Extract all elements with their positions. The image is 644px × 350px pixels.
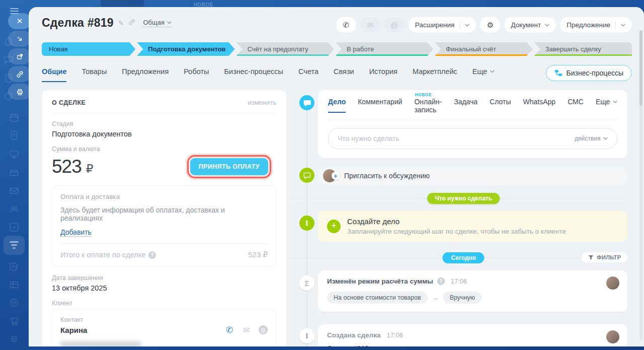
sum-icon: Σ [299, 275, 314, 291]
info-icon: i [299, 328, 314, 343]
tab-marketplace[interactable]: Маркетплейс [413, 67, 457, 81]
scrollbar-thumb[interactable] [639, 30, 642, 106]
page-icon [9, 130, 20, 141]
deal-slider-panel: Сделка #819 ✎ Общая ✆ ✉ @ Расширения ⚙ Д… [29, 7, 644, 346]
activity-input[interactable] [338, 134, 575, 143]
tab-general[interactable]: Общие [42, 67, 66, 82]
composer-tab-slots[interactable]: Слоты [490, 98, 511, 112]
create-activity-card[interactable]: + Создайте дело Запланируйте следующий ш… [318, 211, 627, 242]
crm-active-highlight[interactable] [4, 236, 25, 255]
print-icon [16, 88, 24, 96]
contact-name[interactable]: Карина [60, 326, 87, 334]
messenger-button[interactable]: @ [384, 17, 405, 33]
contact-messenger-icon[interactable]: @ [259, 325, 268, 334]
help-icon[interactable]: ? [437, 277, 445, 285]
pipeline-selector[interactable]: Общая [143, 19, 172, 27]
target-icon [9, 297, 20, 308]
timeline-event-created: Создана сделка 17:06 Сделка #819 [318, 324, 627, 346]
messenger-icon: @ [390, 21, 398, 29]
contact-mail-icon[interactable]: ✉ [242, 325, 252, 335]
change-from-pill: На основе стоимости товаров [327, 292, 428, 304]
composer-tab-more[interactable]: Еще [596, 98, 618, 112]
copy-link-icon[interactable] [128, 19, 135, 27]
copy-link-button[interactable] [8, 66, 31, 82]
stage-close-deal[interactable]: Завершить сделку [534, 42, 632, 56]
offer-button[interactable]: Предложение [560, 17, 632, 33]
add-activity-icon[interactable]: + [327, 220, 341, 233]
tab-bizproc[interactable]: Бизнес-процессы [224, 67, 284, 81]
chevron-down-icon [621, 24, 625, 27]
chevron-down-icon [490, 70, 495, 73]
help-icon[interactable]: ? [148, 251, 156, 259]
composer-tab-task[interactable]: Задача [454, 98, 477, 112]
chevron-down-icon [465, 24, 469, 27]
composer-tab-comment[interactable]: Комментарий [358, 98, 402, 112]
avatar [606, 330, 619, 343]
mail-icon [9, 185, 20, 196]
timeline: Дело Комментарий НОВОЕ Онлайн-запись Зад… [299, 90, 634, 346]
stage-prepay-invoice[interactable]: Счёт на предоплату [236, 42, 334, 56]
deal-amount[interactable]: 523 [52, 156, 82, 177]
stage-new[interactable]: Новая [42, 42, 135, 56]
filter-button[interactable]: ФИЛЬТР [582, 252, 627, 262]
check-square-icon [9, 222, 20, 233]
print-button[interactable] [8, 84, 31, 100]
accept-payment-button[interactable]: ПРИНЯТЬ ОПЛАТУ [190, 158, 268, 175]
contact-call-icon[interactable]: ✆ [224, 325, 234, 335]
flowchart-icon [554, 69, 562, 77]
event-time: 17:06 [451, 277, 467, 285]
total-value: 523 ₽ [248, 250, 268, 259]
currency-symbol: ₽ [86, 162, 94, 176]
open-new-icon [16, 53, 24, 60]
tab-more[interactable]: Еще [472, 67, 495, 81]
change-to-pill: Вручную [443, 292, 481, 304]
close-icon: ✕ [17, 17, 23, 26]
email-button[interactable]: ✉ [360, 17, 380, 33]
stage-field-label: Стадия [52, 120, 276, 127]
stage-field-value[interactable]: Подготовка документов [52, 130, 276, 138]
info-icon: i [299, 216, 314, 231]
invite-to-discussion[interactable]: + Пригласить к обсуждению [318, 167, 627, 185]
composer-tab-sms[interactable]: СМС [568, 98, 584, 112]
composer-tab-whatsapp[interactable]: WhatsApp [523, 98, 556, 112]
create-activity-title: Создайте дело [347, 217, 566, 226]
event-body[interactable]: Сделка #819 [327, 344, 618, 346]
funnel-icon [588, 255, 594, 260]
actions-dropdown[interactable]: действия [575, 135, 608, 142]
extensions-button[interactable]: Расширения [409, 17, 476, 33]
calendar-icon [9, 112, 20, 123]
phone-icon: ✆ [343, 21, 350, 30]
client-card: Контакт Карина ✆ ✉ @ [52, 309, 276, 346]
gear-faint-icon [9, 333, 20, 344]
composer-tab-online-booking[interactable]: НОВОЕ Онлайн-запись [414, 98, 442, 120]
document-button[interactable]: Документ [504, 17, 556, 33]
business-processes-button[interactable]: Бизнес-процессы [546, 65, 632, 81]
close-panel-button[interactable]: ✕ [8, 13, 31, 29]
crm-funnel-icon [4, 236, 25, 249]
plus-icon: + [332, 172, 340, 180]
tab-links[interactable]: Связи [334, 67, 354, 81]
composer-tab-activity[interactable]: Дело [328, 98, 346, 113]
chevron-down-icon [167, 21, 172, 24]
open-new-window-button[interactable] [8, 48, 31, 64]
edit-section-link[interactable]: изменить [248, 99, 276, 106]
client-label: Клиент [52, 300, 276, 307]
stage-pipeline: Новая Подготовка документов Счёт на пред… [42, 42, 632, 56]
tab-robots[interactable]: Роботы [184, 67, 209, 81]
stage-docs[interactable]: Подготовка документов [137, 42, 234, 56]
tab-history[interactable]: История [369, 67, 397, 81]
card-icon [9, 167, 20, 178]
tab-invoices[interactable]: Счета [298, 67, 318, 81]
about-deal-card: О СДЕЛКЕ изменить Стадия Подготовка доку… [42, 90, 286, 346]
event-time: 17:06 [386, 331, 403, 339]
add-payment-link[interactable]: Добавить [60, 228, 92, 237]
stage-final-invoice[interactable]: Финальный счёт [435, 42, 532, 56]
edit-title-icon[interactable]: ✎ [118, 19, 124, 27]
tab-products[interactable]: Товары [82, 67, 107, 81]
stage-in-progress[interactable]: В работе [336, 42, 433, 56]
tab-quotes[interactable]: Предложения [122, 67, 169, 81]
close-date-value[interactable]: 13 октября 2025 [52, 284, 276, 292]
settings-button[interactable]: ⚙ [480, 17, 500, 33]
collapse-panel-button[interactable] [8, 31, 31, 47]
call-button[interactable]: ✆ [336, 17, 356, 33]
